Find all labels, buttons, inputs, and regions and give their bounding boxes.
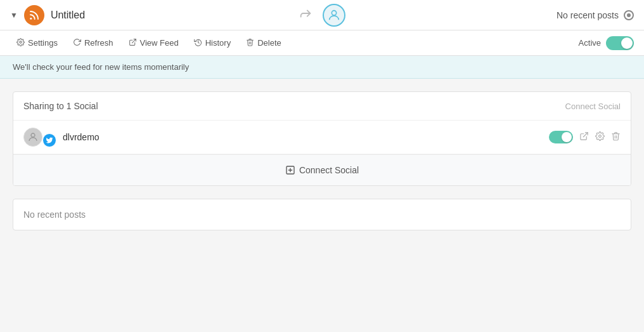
feed-title: Untitled [51, 10, 85, 21]
connect-social-btn-label: Connect Social [299, 165, 359, 175]
history-icon [194, 38, 202, 48]
social-card: Sharing to 1 Social Connect Social dlvr [13, 91, 631, 186]
connect-social-btn-content: Connect Social [285, 165, 359, 175]
view-feed-icon [129, 38, 137, 48]
delete-label: Delete [257, 38, 281, 48]
settings-label: Settings [28, 38, 58, 48]
top-bar: ▼ Untitled No recent posts [0, 0, 644, 30]
account-avatar-icon [23, 128, 42, 147]
refresh-button[interactable]: Refresh [67, 35, 120, 51]
toolbar: Settings Refresh View Feed [0, 30, 644, 56]
delete-button[interactable]: Delete [240, 35, 288, 51]
sharing-title: Sharing to 1 Social [23, 101, 98, 111]
no-posts-section: No recent posts [13, 199, 631, 230]
toolbar-right: Active [579, 36, 634, 50]
svg-line-3 [132, 39, 136, 43]
no-recent-posts-label: No recent posts [557, 10, 619, 20]
external-link-icon[interactable] [579, 131, 589, 143]
history-label: History [205, 38, 231, 48]
account-toggle[interactable] [549, 131, 573, 143]
svg-point-1 [332, 10, 336, 15]
account-name: dlvrdemo [63, 132, 549, 142]
gear-icon[interactable] [595, 131, 605, 143]
history-button[interactable]: History [188, 35, 237, 51]
refresh-icon [73, 38, 81, 48]
top-bar-left: ▼ Untitled [10, 5, 85, 25]
view-feed-label: View Feed [140, 38, 179, 48]
no-recent-posts-text: No recent posts [23, 209, 86, 220]
connect-social-header-link[interactable]: Connect Social [565, 102, 621, 111]
svg-point-0 [30, 17, 32, 19]
settings-icon [16, 38, 25, 48]
social-card-header: Sharing to 1 Social Connect Social [13, 92, 631, 121]
refresh-label: Refresh [84, 38, 113, 48]
info-banner-message: We'll check your feed for new items mome… [13, 62, 189, 72]
svg-line-5 [583, 133, 588, 137]
svg-point-4 [31, 133, 35, 137]
feed-icon [24, 5, 44, 25]
main-content: Sharing to 1 Social Connect Social dlvr [0, 79, 644, 328]
active-toggle[interactable] [606, 36, 634, 50]
connect-social-button[interactable]: Connect Social [13, 154, 631, 185]
delete-icon [246, 38, 254, 48]
share-button[interactable] [299, 6, 312, 23]
active-label: Active [579, 38, 601, 48]
top-bar-right: No recent posts [557, 10, 634, 20]
svg-point-6 [599, 135, 602, 138]
user-avatar[interactable] [323, 4, 345, 27]
top-bar-center [299, 4, 345, 27]
account-icons [23, 127, 56, 147]
trash-icon[interactable] [611, 131, 621, 143]
view-feed-button[interactable]: View Feed [122, 35, 185, 51]
recent-posts-dot-icon [624, 10, 634, 20]
account-actions [549, 131, 621, 143]
settings-button[interactable]: Settings [10, 35, 64, 51]
social-account-row: dlvrdemo [13, 121, 631, 154]
info-banner: We'll check your feed for new items mome… [0, 56, 644, 79]
dropdown-arrow-icon[interactable]: ▼ [10, 11, 18, 20]
twitter-badge-icon [42, 133, 56, 147]
svg-point-2 [20, 41, 22, 43]
